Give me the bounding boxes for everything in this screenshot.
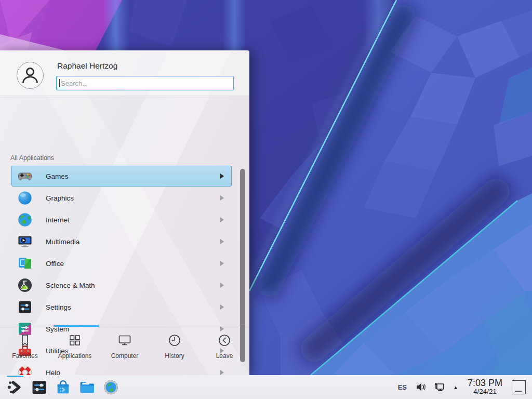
text-caret bbox=[59, 79, 60, 87]
category-label: Settings bbox=[46, 303, 220, 311]
category-item-multimedia[interactable]: Multimedia bbox=[11, 231, 232, 252]
category-item-science-math[interactable]: Science & Math bbox=[11, 275, 232, 296]
category-item-games[interactable]: Games bbox=[11, 166, 232, 187]
category-item-internet[interactable]: Internet bbox=[11, 209, 232, 230]
internet-icon bbox=[17, 211, 33, 228]
system-settings-button[interactable] bbox=[27, 375, 51, 399]
tab-label: Leave bbox=[216, 352, 233, 360]
history-icon bbox=[167, 333, 182, 348]
chevron-right-icon bbox=[220, 217, 224, 222]
tab-applications[interactable]: Applications bbox=[50, 327, 100, 375]
settings-icon bbox=[17, 299, 33, 315]
leave-icon bbox=[217, 333, 232, 348]
category-item-office[interactable]: Office bbox=[11, 253, 232, 274]
tab-leave[interactable]: Leave bbox=[200, 327, 249, 375]
web-browser-button[interactable] bbox=[99, 375, 123, 399]
graphics-icon bbox=[17, 190, 33, 206]
show-desktop-button[interactable] bbox=[512, 380, 526, 394]
chevron-right-icon bbox=[220, 195, 224, 201]
games-icon bbox=[17, 168, 33, 184]
category-label: Graphics bbox=[46, 194, 220, 202]
science-icon bbox=[17, 277, 33, 294]
chevron-right-icon bbox=[220, 174, 224, 179]
file-manager-button[interactable] bbox=[75, 375, 99, 399]
system-settings-icon bbox=[31, 379, 48, 396]
category-label: Games bbox=[46, 172, 220, 180]
category-item-settings[interactable]: Settings bbox=[11, 297, 232, 317]
tab-computer[interactable]: Computer bbox=[100, 327, 150, 375]
discover-icon bbox=[55, 379, 72, 396]
kickoff-icon bbox=[7, 379, 24, 396]
search-input[interactable] bbox=[56, 76, 234, 90]
clock-date: 4/24/21 bbox=[473, 388, 497, 395]
chevron-right-icon bbox=[220, 304, 224, 310]
application-launcher-button[interactable] bbox=[3, 375, 27, 399]
taskbar-panel: ES ▲ 7:03 PM 4/24/2 bbox=[0, 375, 532, 399]
tab-favorites[interactable]: Favorites bbox=[0, 327, 50, 375]
category-item-graphics[interactable]: Graphics bbox=[11, 188, 232, 208]
user-avatar[interactable] bbox=[17, 62, 44, 89]
category-label: Internet bbox=[46, 216, 220, 224]
keyboard-layout-indicator[interactable]: ES bbox=[393, 375, 411, 399]
office-icon bbox=[17, 255, 33, 272]
category-label: Multimedia bbox=[46, 238, 220, 246]
chevron-right-icon bbox=[220, 261, 224, 266]
show-desktop-glyph bbox=[515, 391, 522, 392]
launcher-footer: FavoritesApplicationsComputerHistoryLeav… bbox=[0, 325, 249, 375]
applications-icon bbox=[68, 333, 82, 348]
discover-software-center-button[interactable] bbox=[51, 375, 75, 399]
file-manager-icon bbox=[78, 379, 96, 396]
category-label: Office bbox=[46, 260, 220, 268]
digital-clock[interactable]: 7:03 PM 4/24/21 bbox=[468, 378, 502, 395]
tab-history[interactable]: History bbox=[150, 327, 200, 375]
tab-label: Applications bbox=[58, 352, 92, 360]
tab-label: Favorites bbox=[12, 352, 37, 360]
desktop-screen: Raphael Hertzog All Applications GamesGr… bbox=[0, 0, 532, 399]
tab-label: History bbox=[165, 352, 184, 360]
tab-label: Computer bbox=[111, 352, 139, 360]
section-label: All Applications bbox=[10, 154, 54, 162]
multimedia-icon bbox=[17, 233, 33, 250]
network-icon[interactable] bbox=[434, 381, 445, 393]
volume-icon[interactable] bbox=[415, 381, 427, 393]
user-name: Raphael Hertzog bbox=[57, 61, 117, 71]
application-launcher-menu: Raphael Hertzog All Applications GamesGr… bbox=[0, 50, 249, 375]
favorites-icon bbox=[18, 333, 32, 348]
expand-tray-icon[interactable]: ▲ bbox=[453, 375, 458, 399]
active-task-indicator bbox=[7, 376, 23, 377]
chevron-right-icon bbox=[220, 239, 224, 244]
chevron-right-icon bbox=[220, 283, 224, 288]
web-browser-icon bbox=[102, 379, 119, 396]
category-label: Science & Math bbox=[46, 282, 220, 289]
computer-icon bbox=[117, 333, 132, 348]
clock-time: 7:03 PM bbox=[468, 378, 502, 388]
launcher-header: Raphael Hertzog bbox=[0, 50, 249, 96]
